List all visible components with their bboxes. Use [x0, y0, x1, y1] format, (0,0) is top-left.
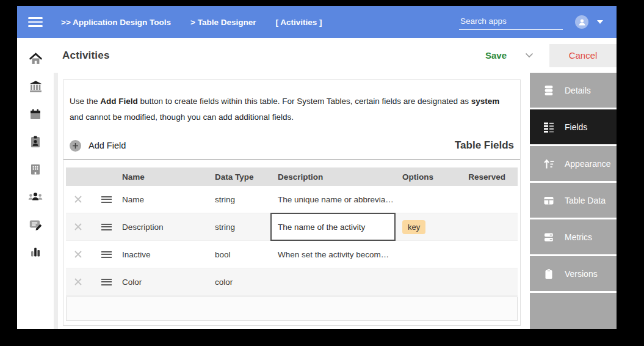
col-header-description: Description: [278, 172, 397, 182]
metrics-stack-icon: [542, 231, 555, 243]
close-icon: [74, 223, 82, 231]
delete-field-button[interactable]: [74, 250, 82, 259]
bank-icon: [28, 79, 43, 94]
tab-versions[interactable]: Versions: [530, 256, 617, 291]
tab-label: Table Data: [565, 196, 606, 205]
search-apps: [459, 14, 563, 30]
table-row-name: Name string The unique name or abbrevia…: [66, 186, 518, 213]
user-avatar-icon[interactable]: [575, 15, 588, 29]
sidebar-item-teams[interactable]: [17, 183, 54, 210]
main-content: Use the Add Field button to create field…: [58, 73, 530, 329]
instructions-text: Use the Add Field button to create field…: [70, 94, 509, 125]
right-sidebar-tabs: Details Fields: [530, 73, 617, 329]
sidebar-item-facilities[interactable]: [17, 155, 54, 183]
fields-panel: Use the Add Field button to create field…: [63, 79, 521, 326]
plus-icon: [70, 140, 81, 152]
tabs-filler: [530, 293, 617, 329]
field-description[interactable]: The unique name or abbrevia…: [278, 195, 397, 204]
tab-table-data[interactable]: Table Data: [530, 183, 617, 218]
close-icon: [74, 250, 82, 259]
save-options-button[interactable]: [525, 53, 534, 58]
table-row-color: Color color: [66, 268, 518, 296]
tab-metrics[interactable]: Metrics: [530, 219, 617, 254]
field-name: Color: [122, 278, 215, 287]
close-icon: [74, 195, 82, 204]
field-name: Inactive: [122, 250, 215, 259]
field-data-type: string: [215, 223, 278, 232]
tab-fields[interactable]: Fields: [530, 109, 617, 144]
field-name: Name: [122, 195, 215, 204]
sidebar-item-calendar[interactable]: [17, 100, 54, 128]
breadcrumb-table-designer[interactable]: > Table Designer: [190, 18, 256, 27]
divider: [63, 159, 520, 160]
person-icon: [577, 18, 587, 27]
left-sidebar: [17, 38, 54, 329]
sidebar-item-reports[interactable]: [17, 238, 54, 265]
description-input[interactable]: [270, 213, 396, 241]
section-title: Table Fields: [455, 139, 514, 152]
versions-clipboard-icon: [542, 268, 555, 280]
app-window: >> Application Design Tools > Table Desi…: [17, 6, 617, 329]
tab-appearance[interactable]: Appearance: [530, 146, 617, 181]
notes-icon: [27, 216, 43, 232]
chevron-down-icon: [525, 53, 534, 58]
drag-handle-icon[interactable]: [101, 194, 112, 204]
table-grid-icon: [542, 194, 555, 207]
tab-label: Metrics: [565, 232, 592, 242]
tab-details[interactable]: Details: [530, 73, 617, 108]
close-icon: [74, 278, 82, 286]
col-header-options: Options: [397, 172, 463, 182]
field-data-type: string: [215, 195, 278, 204]
hamburger-icon[interactable]: [28, 15, 43, 29]
field-data-type: color: [215, 278, 278, 287]
tab-label: Details: [565, 86, 591, 95]
sidebar-item-contacts[interactable]: [17, 128, 54, 155]
drag-handle-icon[interactable]: [101, 277, 112, 287]
field-description[interactable]: When set the activity becom…: [278, 250, 397, 259]
page-title: Activities: [62, 50, 110, 62]
drag-handle-icon[interactable]: [101, 222, 112, 232]
caret-down-icon[interactable]: [597, 20, 603, 24]
cancel-button[interactable]: Cancel: [549, 44, 617, 67]
team-icon: [27, 189, 43, 205]
col-header-name: Name: [122, 172, 215, 182]
delete-field-button[interactable]: [74, 223, 82, 231]
field-data-type: bool: [215, 250, 278, 259]
fields-table: Name Data Type Description Options Reser…: [66, 167, 518, 321]
search-apps-input[interactable]: [459, 14, 563, 30]
table-row-description: Description string key: [66, 213, 518, 241]
delete-field-button[interactable]: [74, 195, 82, 204]
building-icon: [28, 162, 43, 177]
save-button[interactable]: Save: [485, 50, 507, 61]
key-badge: key: [402, 220, 425, 234]
sort-ascending-icon: [542, 158, 555, 170]
scrollbar-track[interactable]: [54, 73, 58, 329]
field-name: Description: [122, 223, 215, 232]
delete-field-button[interactable]: [74, 278, 82, 286]
tab-label: Versions: [565, 269, 598, 279]
calendar-icon: [28, 107, 43, 122]
bar-chart-icon: [28, 245, 43, 259]
breadcrumb-activities[interactable]: [ Activities ]: [275, 18, 322, 27]
sidebar-item-home[interactable]: [17, 45, 54, 73]
table-empty-area: [66, 296, 518, 321]
col-header-reserved: Reserved: [463, 172, 518, 182]
add-field-button[interactable]: Add Field: [70, 140, 126, 152]
home-icon: [28, 51, 43, 67]
badge-icon: [28, 134, 43, 149]
sidebar-item-organization[interactable]: [17, 73, 54, 100]
tab-label: Fields: [565, 122, 587, 132]
breadcrumb: >> Application Design Tools > Table Desi…: [61, 18, 322, 27]
field-list-icon: [542, 121, 555, 133]
database-icon: [542, 84, 555, 97]
page-header: Activities Save Cancel: [54, 38, 617, 73]
table-header-row: Name Data Type Description Options Reser…: [66, 167, 518, 186]
breadcrumb-app-design-tools[interactable]: >> Application Design Tools: [61, 18, 171, 27]
table-row-inactive: Inactive bool When set the activity beco…: [66, 241, 518, 268]
sidebar-item-notes[interactable]: [17, 210, 54, 238]
drag-handle-icon[interactable]: [101, 249, 112, 259]
top-bar: >> Application Design Tools > Table Desi…: [17, 6, 617, 38]
tab-label: Appearance: [565, 159, 611, 169]
col-header-data-type: Data Type: [215, 172, 278, 182]
